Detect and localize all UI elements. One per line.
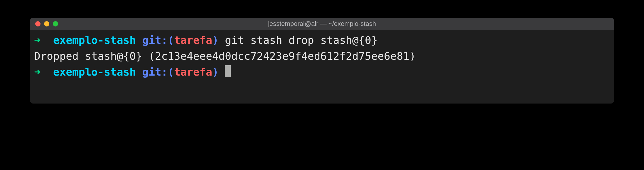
git-label: git:( <box>142 34 174 46</box>
terminal-line-1: ➜ exemplo-stash git:(tarefa) git stash d… <box>34 32 610 48</box>
close-icon[interactable] <box>35 21 41 26</box>
minimize-icon[interactable] <box>44 21 49 26</box>
window-title: jesstemporal@air — ~/exemplo-stash <box>268 20 376 28</box>
traffic-lights <box>35 21 58 26</box>
terminal-line-3: ➜ exemplo-stash git:(tarefa) <box>34 64 610 80</box>
terminal-line-2: Dropped stash@{0} (2c13e4eee4d0dcc72423e… <box>34 48 610 64</box>
git-branch: tarefa <box>174 66 212 78</box>
maximize-icon[interactable] <box>53 21 58 26</box>
output-text: Dropped stash@{0} (2c13e4eee4d0dcc72423e… <box>34 50 416 62</box>
terminal-body[interactable]: ➜ exemplo-stash git:(tarefa) git stash d… <box>30 30 614 104</box>
prompt-arrow-icon: ➜ <box>34 34 41 46</box>
terminal-window: jesstemporal@air — ~/exemplo-stash ➜ exe… <box>30 18 614 104</box>
prompt-directory: exemplo-stash <box>53 66 136 78</box>
command-text: git stash drop stash@{0} <box>225 34 377 46</box>
git-label: git:( <box>142 66 174 78</box>
git-close: ) <box>212 34 219 46</box>
prompt-directory: exemplo-stash <box>53 34 136 46</box>
git-branch: tarefa <box>174 34 212 46</box>
cursor-icon <box>225 65 231 77</box>
prompt-arrow-icon: ➜ <box>34 66 41 78</box>
title-bar: jesstemporal@air — ~/exemplo-stash <box>30 18 614 30</box>
git-close: ) <box>212 66 219 78</box>
